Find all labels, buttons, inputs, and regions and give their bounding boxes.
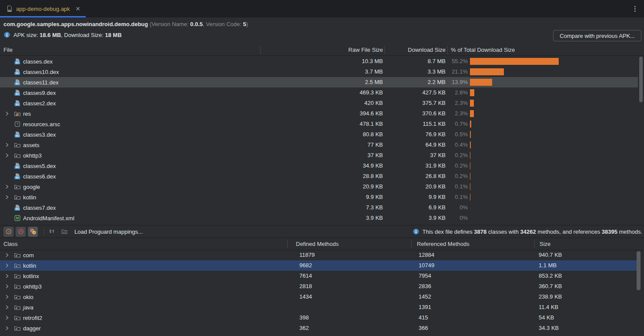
file-row[interactable]: google20.9 KB20.9 KB0.1% <box>0 181 644 192</box>
pct-of-total-label: 0.4% <box>433 140 468 150</box>
sort-tree-button[interactable] <box>47 227 56 236</box>
file-table-scrollbar[interactable] <box>639 57 643 102</box>
defined-methods: 398 <box>299 312 386 323</box>
class-table-scrollbar[interactable] <box>637 251 641 290</box>
file-row[interactable]: 01classes.dex10.3 MB8.7 MB55.2% <box>0 56 644 67</box>
column-header-pct-of-total[interactable]: % of Total Download Size <box>451 44 515 55</box>
column-divider <box>447 46 448 54</box>
dex-summary: This dex file defines 3878 classes with … <box>413 225 642 238</box>
pct-of-total-label: 13.9% <box>433 77 468 87</box>
class-row[interactable]: kotlinx76147954853.2 KB <box>0 271 644 281</box>
class-name-cell: retrofit2 <box>3 312 42 323</box>
load-proguard-mappings-label[interactable]: Load Proguard mappings... <box>74 228 143 235</box>
file-row[interactable]: 01classes3.dex80.8 KB76.9 KB0.5% <box>0 129 644 140</box>
referenced-methods: 12884 <box>419 250 506 260</box>
file-row[interactable]: okhttp337 KB37 KB0.2% <box>0 150 644 161</box>
file-row[interactable]: 01classes5.dex34.9 KB31.9 KB0.2% <box>0 161 644 171</box>
file-name-cell: res <box>3 108 31 119</box>
class-name-cell: dagger <box>3 323 40 333</box>
chevron-right-icon[interactable] <box>3 272 14 279</box>
chevron-right-icon[interactable] <box>3 293 14 300</box>
class-name: kotlinx <box>23 273 39 279</box>
dex-file-icon: 01 <box>14 79 21 86</box>
dex-file-icon: 01 <box>14 100 21 107</box>
file-row[interactable]: 01classes11.dex2.5 MB2.2 MB13.9% <box>0 77 638 87</box>
class-row[interactable]: okhttp328182836360.7 KB <box>0 281 644 292</box>
chevron-spacer <box>3 79 14 86</box>
chevron-right-icon[interactable] <box>3 110 14 117</box>
column-header-class[interactable]: Class <box>3 238 18 250</box>
class-size: 360.7 KB <box>539 281 626 292</box>
column-header-defined-methods[interactable]: Defined Methods <box>296 238 339 250</box>
class-row[interactable]: dagger36236634.3 KB <box>0 323 644 333</box>
pct-bar <box>470 141 471 148</box>
file-row[interactable]: res394.6 KB370.6 KB2.3% <box>0 108 644 119</box>
package-icon <box>14 283 21 290</box>
dex-file-icon: 01 <box>14 204 21 211</box>
class-size: 11.4 KB <box>539 302 626 312</box>
file-row[interactable]: 01classes9.dex469.3 KB427.5 KB2.6% <box>0 87 644 98</box>
pct-of-total-label: 55.2% <box>433 56 468 67</box>
dex-file-icon: 01 <box>14 131 21 138</box>
chevron-right-icon[interactable] <box>3 283 14 290</box>
class-name: kotlin <box>23 262 36 269</box>
class-row[interactable]: com1187912884940.7 KB <box>0 250 644 260</box>
chevron-right-icon[interactable] <box>3 262 14 269</box>
chevron-right-icon[interactable] <box>3 141 14 148</box>
class-row[interactable]: kotlin9682107491.1 MB <box>0 260 638 271</box>
compare-apk-button[interactable]: Compare with previous APK... <box>553 30 641 41</box>
tab-app-demo-debug-apk[interactable]: app-demo-debug.apk <box>0 0 86 17</box>
defined-methods: 362 <box>299 323 386 333</box>
chevron-right-icon[interactable] <box>3 152 14 159</box>
file-row[interactable]: kotlin9.9 KB9.9 KB0.1% <box>0 192 644 202</box>
chevron-right-icon[interactable] <box>3 325 14 332</box>
toolbar-divider <box>44 228 44 235</box>
file-name: AndroidManifest.xml <box>23 215 74 222</box>
kebab-menu-icon[interactable] <box>632 5 638 14</box>
column-header-download-size[interactable]: Download Size <box>367 44 446 55</box>
referenced-methods: 2836 <box>419 281 506 292</box>
file-row[interactable]: 01classes10.dex3.7 MB3.3 MB21.1% <box>0 67 644 77</box>
defined-methods: 7614 <box>299 271 386 281</box>
class-name: java <box>23 304 34 311</box>
show-referenced-nodes-filter-button[interactable]: mf <box>28 227 38 237</box>
pct-of-total-label: 0.5% <box>433 129 468 140</box>
chevron-right-icon[interactable] <box>3 304 14 311</box>
file-row[interactable]: MAndroidManifest.xml3.9 KB3.9 KB0% <box>0 213 644 223</box>
class-row[interactable]: retrofit239841554 KB <box>0 312 644 323</box>
column-divider <box>384 46 385 54</box>
show-fields-filter-button[interactable]: f <box>3 227 13 237</box>
chevron-right-icon[interactable] <box>3 183 14 190</box>
class-name-cell: kotlin <box>3 260 36 271</box>
file-name-cell: 01classes.dex <box>3 56 53 67</box>
file-row[interactable]: 01classes2.dex420 KB375.7 KB2.3% <box>0 98 644 108</box>
column-header-file[interactable]: File <box>3 44 13 55</box>
pct-of-total-label: 2.6% <box>433 87 468 98</box>
dex-file-icon: 01 <box>14 162 21 169</box>
file-row[interactable]: 01classes6.dex28.8 KB26.8 KB0.2% <box>0 171 644 181</box>
file-row[interactable]: 01classes7.dex7.3 KB6.9 KB0% <box>0 202 644 213</box>
file-name-cell: 01classes2.dex <box>3 98 56 108</box>
chevron-spacer <box>3 215 14 222</box>
chevron-spacer <box>3 68 14 75</box>
column-header-referenced-methods[interactable]: Referenced Methods <box>417 238 470 250</box>
file-name-cell: MAndroidManifest.xml <box>3 213 74 223</box>
file-name: classes5.dex <box>23 163 56 169</box>
pct-bar <box>470 121 471 128</box>
svg-text:?: ? <box>17 122 19 126</box>
class-row[interactable]: java139111.4 KB <box>0 302 644 312</box>
show-methods-filter-button[interactable]: m <box>16 227 26 237</box>
class-size: 238.9 KB <box>539 292 626 302</box>
pct-of-total-label: 0.2% <box>433 150 468 161</box>
load-mappings-folder-button[interactable]: a.b <box>60 227 69 236</box>
file-row[interactable]: assets77 KB64.9 KB0.4% <box>0 140 644 150</box>
class-row[interactable]: okio14341452238.9 KB <box>0 292 644 302</box>
file-row[interactable]: ?resources.arsc478.1 KB115.1 KB0.7% <box>0 119 644 129</box>
package-icon <box>14 293 21 300</box>
chevron-right-icon[interactable] <box>3 194 14 201</box>
chevron-right-icon[interactable] <box>3 252 14 259</box>
file-name: classes.dex <box>23 58 53 65</box>
column-header-size[interactable]: Size <box>540 238 550 250</box>
close-icon[interactable] <box>75 6 80 11</box>
chevron-right-icon[interactable] <box>3 314 14 321</box>
